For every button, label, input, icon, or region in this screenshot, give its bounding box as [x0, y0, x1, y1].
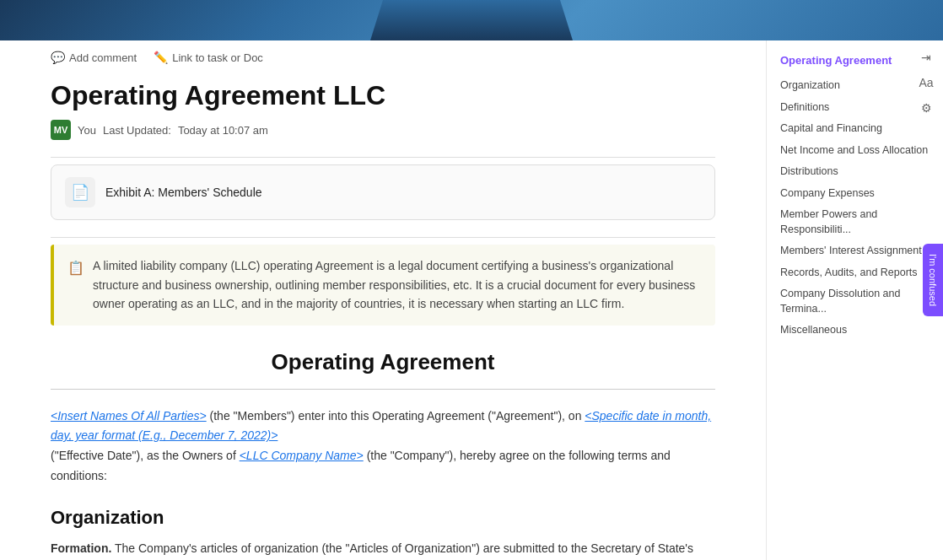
document-title: Operating Agreement LLC: [51, 79, 715, 111]
sidebar-controls: ⇥ Aa ⚙: [916, 47, 936, 118]
link-label: Link to task or Doc: [172, 51, 263, 64]
sidebar-item-member-powers[interactable]: Member Powers and Responsibiliti...: [767, 204, 943, 240]
body-text-middle: ("Effective Date"), as the Owners of: [51, 449, 240, 462]
sidebar-item-capital[interactable]: Capital and Financing: [767, 118, 943, 140]
formation-text: Formation. The Company's articles of org…: [51, 539, 715, 560]
feedback-button[interactable]: I'm confused: [923, 244, 943, 316]
doc-toolbar: 💬 Add comment ✏️ Link to task or Doc: [51, 40, 715, 73]
meta-row: MV You Last Updated: Today at 10:07 am: [51, 120, 715, 140]
exhibit-file-icon: 📄: [65, 177, 95, 207]
sidebar-item-expenses[interactable]: Company Expenses: [767, 183, 943, 205]
last-updated-label: Last Updated:: [103, 124, 171, 137]
formation-label: Formation.: [51, 541, 111, 555]
add-comment-button[interactable]: 💬 Add comment: [51, 51, 137, 64]
comment-icon: 💬: [51, 51, 65, 64]
sidebar-item-interest[interactable]: Members' Interest Assignment: [767, 240, 943, 262]
collapse-button[interactable]: ⇥: [916, 47, 936, 67]
link-icon: ✏️: [154, 51, 168, 64]
avatar: MV: [51, 120, 71, 140]
sidebar-item-distributions[interactable]: Distributions: [767, 161, 943, 183]
placeholder-company[interactable]: <LLC Company Name>: [240, 449, 364, 462]
section-divider: [51, 389, 715, 390]
add-comment-label: Add comment: [69, 51, 137, 64]
info-text: A limited liability company (LLC) operat…: [93, 256, 702, 313]
exhibit-divider: [51, 237, 715, 238]
sidebar-item-records[interactable]: Records, Audits, and Reports: [767, 262, 943, 284]
font-button[interactable]: Aa: [916, 73, 936, 93]
document-content: 💬 Add comment ✏️ Link to task or Doc Ope…: [0, 40, 766, 560]
exhibit-label: Exhibit A: Members' Schedule: [105, 186, 262, 199]
agreement-intro: <Insert Names Of All Parties> (the "Memb…: [51, 407, 715, 487]
sidebar: ⇥ Aa ⚙ Operating Agreement Organization …: [766, 40, 943, 560]
title-divider: [51, 157, 715, 158]
info-emoji: 📋: [67, 257, 84, 313]
header-banner: [0, 0, 943, 40]
body-text-before: (the "Members") enter into this Operatin…: [210, 409, 585, 423]
sidebar-item-miscellaneous[interactable]: Miscellaneous: [767, 320, 943, 342]
placeholder-parties[interactable]: <Insert Names Of All Parties>: [51, 409, 207, 423]
org-heading: Organization: [51, 507, 715, 529]
link-task-button[interactable]: ✏️ Link to task or Doc: [154, 51, 263, 64]
settings-button[interactable]: ⚙: [916, 98, 936, 118]
exhibit-card[interactable]: 📄 Exhibit A: Members' Schedule: [51, 164, 715, 220]
sidebar-item-dissolution[interactable]: Company Dissolution and Termina...: [767, 283, 943, 320]
section-title: Operating Agreement: [51, 349, 715, 375]
formation-body: The Company's articles of organization (…: [51, 541, 693, 560]
sidebar-item-net-income[interactable]: Net Income and Loss Allocation: [767, 140, 943, 162]
author-name: You: [78, 124, 96, 137]
info-box: 📋 A limited liability company (LLC) oper…: [51, 245, 715, 325]
last-updated-value: Today at 10:07 am: [178, 124, 268, 137]
